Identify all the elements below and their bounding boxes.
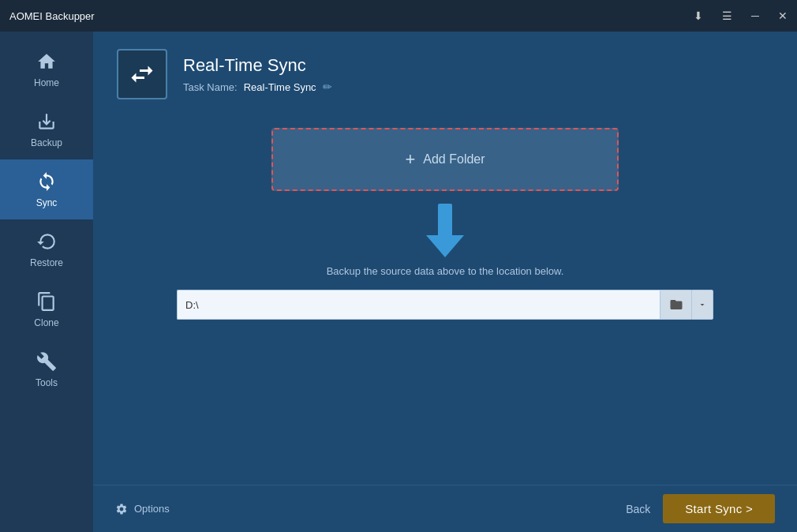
- sidebar-item-tools[interactable]: Tools: [0, 339, 93, 399]
- destination-input[interactable]: [177, 290, 660, 320]
- page-title: Real-Time Sync: [183, 55, 332, 76]
- backup-icon: [36, 111, 58, 133]
- destination-browse-button[interactable]: [660, 290, 691, 320]
- content-area: Real-Time Sync Task Name: Real-Time Sync…: [93, 32, 797, 532]
- destination-row: [177, 290, 713, 320]
- sidebar: Home Backup Sync Restore Clone: [0, 32, 93, 532]
- sidebar-item-backup[interactable]: Backup: [0, 99, 93, 159]
- close-button[interactable]: ✕: [775, 9, 791, 23]
- edit-task-icon[interactable]: ✏: [323, 81, 332, 93]
- task-name-value: Real-Time Sync: [244, 81, 316, 93]
- task-name-row: Task Name: Real-Time Sync ✏: [183, 81, 332, 93]
- gear-icon: [115, 503, 128, 515]
- backup-hint: Backup the source data above to the loca…: [327, 265, 564, 277]
- content-main: + Add Folder Backup the source data abov…: [93, 112, 797, 485]
- home-icon: [36, 51, 58, 73]
- app-title: AOMEI Backupper: [9, 10, 95, 22]
- arrow-shaft: [438, 204, 452, 235]
- footer-right: Back Start Sync >: [626, 494, 775, 523]
- app-body: Home Backup Sync Restore Clone: [0, 32, 797, 532]
- destination-dropdown-button[interactable]: [691, 290, 713, 320]
- start-sync-button[interactable]: Start Sync >: [663, 494, 775, 523]
- sidebar-item-restore[interactable]: Restore: [0, 219, 93, 279]
- minimize-button[interactable]: ─: [748, 9, 762, 23]
- clone-icon: [36, 290, 58, 313]
- header-text: Real-Time Sync Task Name: Real-Time Sync…: [183, 55, 332, 93]
- back-button[interactable]: Back: [626, 503, 650, 515]
- add-folder-label: Add Folder: [423, 152, 485, 167]
- sidebar-sync-label: Sync: [36, 197, 58, 208]
- options-label: Options: [134, 503, 170, 515]
- sidebar-home-label: Home: [34, 77, 59, 88]
- options-button[interactable]: Options: [115, 503, 170, 515]
- add-folder-box[interactable]: + Add Folder: [271, 128, 619, 191]
- sidebar-item-clone[interactable]: Clone: [0, 279, 93, 339]
- sidebar-tools-label: Tools: [36, 377, 58, 388]
- download-button[interactable]: ⬇: [690, 9, 706, 23]
- arrow-head: [426, 235, 464, 257]
- plus-icon: +: [405, 149, 415, 170]
- sync-icon: [36, 170, 58, 193]
- restore-icon: [36, 230, 58, 253]
- sidebar-clone-label: Clone: [34, 317, 58, 328]
- menu-button[interactable]: ☰: [719, 9, 735, 23]
- sidebar-item-sync[interactable]: Sync: [0, 159, 93, 219]
- sidebar-backup-label: Backup: [31, 137, 62, 148]
- arrow-down: [426, 204, 464, 257]
- tools-icon: [36, 350, 58, 373]
- task-name-label: Task Name:: [183, 81, 238, 93]
- titlebar: AOMEI Backupper ⬇ ☰ ─ ✕: [0, 0, 797, 32]
- sync-header-icon: [117, 49, 167, 99]
- content-header: Real-Time Sync Task Name: Real-Time Sync…: [93, 32, 797, 112]
- sidebar-item-home[interactable]: Home: [0, 39, 93, 99]
- sidebar-restore-label: Restore: [30, 257, 63, 268]
- titlebar-controls: ⬇ ☰ ─ ✕: [690, 9, 791, 23]
- content-footer: Options Back Start Sync >: [93, 485, 797, 532]
